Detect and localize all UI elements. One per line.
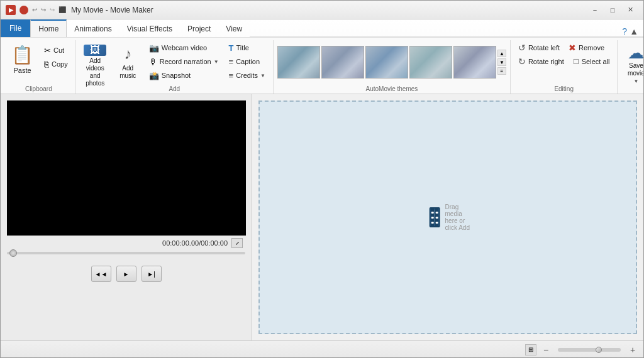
remove-icon: ✖ (569, 43, 576, 53)
title-bar: ▶ ↩ ↪ ↪ ⬛ My Movie - Movie Maker − □ ✕ (1, 1, 643, 19)
cut-copy-col: ✂ Cut ⎘ Copy (40, 41, 72, 77)
theme-2[interactable] (321, 46, 364, 79)
seek-bar[interactable] (7, 251, 245, 256)
select-all-label: Select all (582, 58, 610, 65)
add-content: 🖼 Add videos and photos ♪ Add music 📷 We… (80, 41, 269, 84)
rewind-button[interactable]: ◄◄ (91, 266, 111, 282)
clipboard-content: 📋 Paste ✂ Cut ⎘ Copy (6, 41, 72, 84)
theme-3[interactable] (365, 46, 408, 79)
title-button[interactable]: T Title (225, 41, 269, 54)
tab-project[interactable]: Project (180, 19, 218, 37)
paste-button[interactable]: 📋 Paste (6, 41, 39, 77)
add-music-icon: ♪ (119, 45, 136, 63)
theme-1[interactable] (277, 46, 320, 79)
zoom-plus-button[interactable]: + (627, 344, 638, 355)
ribbon-group-clipboard: 📋 Paste ✂ Cut ⎘ Copy Cli (2, 40, 76, 94)
snapshot-label: Snapshot (162, 72, 191, 79)
playback-controls: ◄◄ ► ►| (7, 266, 245, 282)
select-all-icon: ☐ (573, 58, 579, 66)
themes-content: ▲ ▼ ≡ (277, 41, 506, 84)
select-all-button[interactable]: ☐ Select all (569, 55, 614, 68)
theme-4[interactable] (409, 46, 452, 79)
forward-button[interactable]: ►| (142, 266, 162, 282)
maximize-button[interactable]: □ (604, 4, 621, 16)
add-text-col: T Title ≡ Caption ≡ Credits ▼ (225, 41, 269, 82)
rotate-right-icon: ↻ (518, 57, 526, 67)
webcam-button[interactable]: 📷 Webcam video (145, 41, 223, 54)
ribbon-collapse-icon[interactable]: ▲ (630, 26, 638, 36)
tab-home[interactable]: Home (30, 19, 67, 37)
copy-icon: ⎘ (44, 60, 49, 69)
main-area: 00:00:00.00/00:00:00 ⤢ ◄◄ ► ►| (1, 94, 643, 340)
minimize-button[interactable]: − (587, 4, 603, 16)
add-music-button[interactable]: ♪ Add music (113, 41, 143, 83)
theme-scroll-more[interactable]: ≡ (497, 67, 506, 75)
ribbon-content: 📋 Paste ✂ Cut ⎘ Copy Cli (1, 37, 643, 94)
zoom-minus-button[interactable]: − (540, 344, 552, 355)
snapshot-button[interactable]: 📸 Snapshot (145, 69, 223, 82)
tab-animations[interactable]: Animations (67, 19, 119, 37)
title-label: Title (236, 44, 249, 52)
window-title: My Movie - Movie Maker (71, 6, 587, 14)
webcam-label: Webcam video (162, 44, 208, 52)
record-icon: 🎙 (149, 57, 157, 67)
zoom-thumb[interactable] (596, 347, 602, 353)
paste-label: Paste (13, 67, 31, 74)
webcam-icon: 📷 (149, 43, 159, 53)
ribbon-group-add: 🖼 Add videos and photos ♪ Add music 📷 We… (76, 40, 274, 94)
rotate-left-icon: ↺ (518, 43, 526, 53)
cut-button[interactable]: ✂ Cut (40, 44, 72, 57)
theme-scroll-up[interactable]: ▲ (497, 50, 506, 57)
add-group-label: Add (169, 85, 180, 92)
ribbon-group-share: ☁ Save movie ▼ 👤 Sign in Share (618, 40, 644, 94)
storyboard-hint-text: Drag media here or click Add (445, 203, 475, 231)
add-videos-button[interactable]: 🖼 Add videos and photos (80, 41, 111, 83)
rotate-right-button[interactable]: ↻ Rotate right (514, 55, 568, 68)
theme-5[interactable] (453, 46, 496, 79)
record-label: Record narration (160, 58, 211, 65)
video-screen (7, 100, 246, 236)
caption-icon: ≡ (229, 57, 234, 67)
add-tools-col: 📷 Webcam video 🎙 Record narration ▼ 📸 Sn… (145, 41, 223, 82)
snapshot-icon: 📸 (149, 71, 159, 80)
credits-dropdown-icon: ▼ (260, 73, 265, 79)
video-timecode: 00:00:00.00/00:00:00 ⤢ (7, 238, 245, 248)
record-narration-button[interactable]: 🎙 Record narration ▼ (145, 55, 223, 68)
ribbon: File Home Animations Visual Effects Proj… (1, 19, 643, 94)
add-videos-label: Add videos and photos (84, 57, 106, 87)
close-button[interactable]: ✕ (622, 4, 638, 16)
clipboard-col: 📋 Paste ✂ Cut ⎘ Copy (6, 41, 72, 77)
credits-button[interactable]: ≡ Credits ▼ (225, 69, 269, 82)
theme-scroll: ▲ ▼ ≡ (497, 50, 506, 75)
zoom-slider[interactable] (558, 348, 621, 352)
remove-button[interactable]: ✖ Remove (565, 41, 608, 54)
play-button[interactable]: ► (116, 266, 136, 282)
save-movie-label: Save movie (628, 62, 644, 77)
video-preview: 00:00:00.00/00:00:00 ⤢ ◄◄ ► ►| (1, 94, 252, 340)
themes-container: ▲ ▼ ≡ (277, 41, 506, 83)
storyboard-area[interactable]: Drag media here or click Add (258, 100, 637, 334)
seek-track (7, 252, 245, 254)
credits-icon: ≡ (229, 71, 234, 80)
tab-visual-effects[interactable]: Visual Effects (119, 19, 180, 37)
help-icon[interactable]: ? (622, 26, 627, 36)
theme-scroll-down[interactable]: ▼ (497, 58, 506, 66)
cloud-icon: ☁ (628, 45, 644, 61)
save-movie-button[interactable]: ☁ Save movie ▼ (621, 41, 644, 83)
storyboard-film-icon (430, 207, 440, 227)
seek-thumb[interactable] (9, 249, 17, 257)
sys-menu-icon[interactable] (19, 6, 28, 14)
add-music-label: Add music (118, 65, 138, 80)
storyboard-view-icon[interactable]: ⊞ (525, 344, 536, 355)
app-icon: ▶ (6, 5, 16, 15)
copy-button[interactable]: ⎘ Copy (40, 58, 72, 70)
tab-view[interactable]: View (218, 19, 250, 37)
tab-file[interactable]: File (1, 19, 30, 37)
copy-label: Copy (52, 60, 68, 68)
paste-icon: 📋 (11, 45, 33, 65)
credits-label: Credits (236, 72, 258, 79)
rotate-left-button[interactable]: ↺ Rotate left (514, 41, 564, 54)
fullscreen-button[interactable]: ⤢ (231, 238, 243, 248)
record-dropdown-icon: ▼ (214, 59, 219, 65)
caption-button[interactable]: ≡ Caption (225, 55, 269, 68)
